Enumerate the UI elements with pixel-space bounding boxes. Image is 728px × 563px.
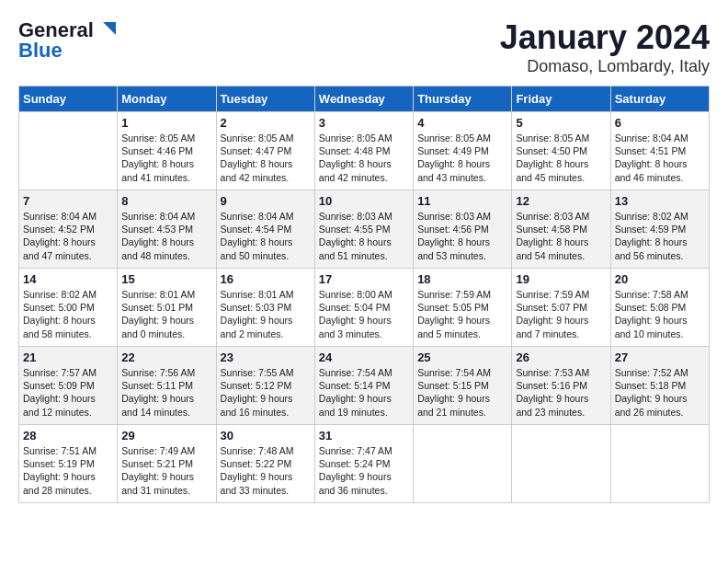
cell-info: Sunrise: 7:59 AM Sunset: 5:07 PM Dayligh… (516, 288, 606, 340)
day-number: 29 (121, 429, 211, 442)
day-number: 3 (319, 116, 409, 130)
calendar-cell: 9Sunrise: 8:04 AM Sunset: 4:54 PM Daylig… (216, 190, 314, 269)
cell-info: Sunrise: 7:54 AM Sunset: 5:14 PM Dayligh… (319, 366, 409, 419)
location-title: Domaso, Lombardy, Italy (500, 57, 710, 76)
calendar-cell: 23Sunrise: 7:55 AM Sunset: 5:12 PM Dayli… (216, 347, 314, 425)
column-header-sunday: Sunday (19, 86, 118, 112)
calendar-cell: 14Sunrise: 8:02 AM Sunset: 5:00 PM Dayli… (19, 269, 118, 347)
day-number: 28 (23, 429, 113, 442)
cell-info: Sunrise: 7:59 AM Sunset: 5:05 PM Dayligh… (417, 288, 507, 340)
calendar-cell: 7Sunrise: 8:04 AM Sunset: 4:52 PM Daylig… (19, 190, 118, 269)
day-number: 21 (23, 350, 113, 364)
day-number: 10 (319, 194, 409, 208)
calendar-cell: 1Sunrise: 8:05 AM Sunset: 4:46 PM Daylig… (118, 112, 216, 190)
calendar-table: SundayMondayTuesdayWednesdayThursdayFrid… (18, 86, 710, 503)
cell-info: Sunrise: 8:02 AM Sunset: 4:59 PM Dayligh… (615, 210, 705, 262)
day-number: 25 (417, 350, 507, 364)
calendar-cell: 20Sunrise: 7:58 AM Sunset: 5:08 PM Dayli… (610, 269, 709, 347)
cell-info: Sunrise: 7:47 AM Sunset: 5:24 PM Dayligh… (319, 444, 409, 497)
week-row-5: 28Sunrise: 7:51 AM Sunset: 5:19 PM Dayli… (19, 425, 710, 503)
day-number: 15 (121, 272, 211, 286)
calendar-cell: 6Sunrise: 8:04 AM Sunset: 4:51 PM Daylig… (610, 112, 709, 190)
calendar-cell (19, 112, 118, 190)
cell-info: Sunrise: 7:56 AM Sunset: 5:11 PM Dayligh… (121, 366, 211, 419)
calendar-cell: 21Sunrise: 7:57 AM Sunset: 5:09 PM Dayli… (19, 347, 118, 425)
logo-blue: Blue (18, 39, 63, 62)
day-number: 22 (121, 350, 211, 364)
calendar-cell: 29Sunrise: 7:49 AM Sunset: 5:21 PM Dayli… (118, 425, 216, 503)
calendar-cell: 27Sunrise: 7:52 AM Sunset: 5:18 PM Dayli… (610, 347, 709, 425)
cell-info: Sunrise: 8:05 AM Sunset: 4:48 PM Dayligh… (319, 132, 409, 184)
day-number: 18 (417, 272, 507, 286)
column-header-thursday: Thursday (414, 86, 512, 112)
calendar-cell: 4Sunrise: 8:05 AM Sunset: 4:49 PM Daylig… (414, 112, 512, 190)
calendar-cell: 17Sunrise: 8:00 AM Sunset: 5:04 PM Dayli… (314, 269, 413, 347)
week-row-2: 7Sunrise: 8:04 AM Sunset: 4:52 PM Daylig… (19, 190, 710, 269)
calendar-cell: 16Sunrise: 8:01 AM Sunset: 5:03 PM Dayli… (216, 269, 314, 347)
cell-info: Sunrise: 7:48 AM Sunset: 5:22 PM Dayligh… (221, 444, 311, 497)
cell-info: Sunrise: 8:02 AM Sunset: 5:00 PM Dayligh… (23, 288, 113, 340)
day-number: 20 (615, 272, 705, 286)
calendar-cell (610, 425, 709, 503)
calendar-cell: 5Sunrise: 8:05 AM Sunset: 4:50 PM Daylig… (512, 112, 610, 190)
cell-info: Sunrise: 8:05 AM Sunset: 4:49 PM Dayligh… (417, 132, 507, 184)
month-title: January 2024 (500, 18, 710, 57)
calendar-cell: 12Sunrise: 8:03 AM Sunset: 4:58 PM Dayli… (512, 190, 610, 269)
week-row-1: 1Sunrise: 8:05 AM Sunset: 4:46 PM Daylig… (19, 112, 710, 190)
cell-info: Sunrise: 8:04 AM Sunset: 4:51 PM Dayligh… (615, 132, 705, 184)
calendar-cell: 19Sunrise: 7:59 AM Sunset: 5:07 PM Dayli… (512, 269, 610, 347)
calendar-cell: 26Sunrise: 7:53 AM Sunset: 5:16 PM Dayli… (512, 347, 610, 425)
cell-info: Sunrise: 8:03 AM Sunset: 4:55 PM Dayligh… (319, 210, 409, 262)
cell-info: Sunrise: 8:03 AM Sunset: 4:58 PM Dayligh… (516, 210, 606, 262)
day-number: 19 (516, 272, 606, 286)
day-number: 30 (221, 429, 311, 442)
cell-info: Sunrise: 7:51 AM Sunset: 5:19 PM Dayligh… (23, 444, 113, 497)
cell-info: Sunrise: 7:49 AM Sunset: 5:21 PM Dayligh… (121, 444, 211, 497)
cell-info: Sunrise: 8:05 AM Sunset: 4:46 PM Dayligh… (121, 132, 211, 184)
cell-info: Sunrise: 8:01 AM Sunset: 5:03 PM Dayligh… (221, 288, 311, 340)
cell-info: Sunrise: 8:01 AM Sunset: 5:01 PM Dayligh… (121, 288, 211, 340)
header-row: SundayMondayTuesdayWednesdayThursdayFrid… (19, 86, 710, 112)
day-number: 16 (221, 272, 311, 286)
calendar-cell: 30Sunrise: 7:48 AM Sunset: 5:22 PM Dayli… (216, 425, 314, 503)
column-header-monday: Monday (118, 86, 216, 112)
day-number: 14 (23, 272, 113, 286)
cell-info: Sunrise: 8:03 AM Sunset: 4:56 PM Dayligh… (417, 210, 507, 262)
logo: General Blue (18, 18, 116, 63)
title-area: January 2024 Domaso, Lombardy, Italy (500, 18, 710, 76)
day-number: 11 (417, 194, 507, 208)
calendar-cell (512, 425, 610, 503)
svg-marker-0 (103, 22, 116, 35)
day-number: 24 (319, 350, 409, 364)
day-number: 31 (319, 429, 409, 442)
cell-info: Sunrise: 7:58 AM Sunset: 5:08 PM Dayligh… (615, 288, 705, 340)
calendar-cell: 25Sunrise: 7:54 AM Sunset: 5:15 PM Dayli… (414, 347, 512, 425)
day-number: 13 (615, 194, 705, 208)
column-header-wednesday: Wednesday (314, 86, 413, 112)
week-row-4: 21Sunrise: 7:57 AM Sunset: 5:09 PM Dayli… (19, 347, 710, 425)
day-number: 9 (221, 194, 311, 208)
day-number: 23 (221, 350, 311, 364)
day-number: 12 (516, 194, 606, 208)
calendar-cell: 2Sunrise: 8:05 AM Sunset: 4:47 PM Daylig… (216, 112, 314, 190)
calendar-cell: 15Sunrise: 8:01 AM Sunset: 5:01 PM Dayli… (118, 269, 216, 347)
day-number: 4 (417, 116, 507, 130)
day-number: 6 (615, 116, 705, 130)
cell-info: Sunrise: 7:53 AM Sunset: 5:16 PM Dayligh… (516, 366, 606, 419)
cell-info: Sunrise: 8:04 AM Sunset: 4:52 PM Dayligh… (23, 210, 113, 262)
cell-info: Sunrise: 8:05 AM Sunset: 4:50 PM Dayligh… (516, 132, 606, 184)
cell-info: Sunrise: 7:55 AM Sunset: 5:12 PM Dayligh… (221, 366, 311, 419)
calendar-cell: 3Sunrise: 8:05 AM Sunset: 4:48 PM Daylig… (314, 112, 413, 190)
cell-info: Sunrise: 8:04 AM Sunset: 4:54 PM Dayligh… (221, 210, 311, 262)
day-number: 26 (516, 350, 606, 364)
calendar-cell: 8Sunrise: 8:04 AM Sunset: 4:53 PM Daylig… (118, 190, 216, 269)
calendar-cell: 18Sunrise: 7:59 AM Sunset: 5:05 PM Dayli… (414, 269, 512, 347)
calendar-cell: 28Sunrise: 7:51 AM Sunset: 5:19 PM Dayli… (19, 425, 118, 503)
day-number: 7 (23, 194, 113, 208)
calendar-cell: 22Sunrise: 7:56 AM Sunset: 5:11 PM Dayli… (118, 347, 216, 425)
page-header: General Blue January 2024 Domaso, Lombar… (18, 18, 710, 76)
calendar-cell: 11Sunrise: 8:03 AM Sunset: 4:56 PM Dayli… (414, 190, 512, 269)
day-number: 5 (516, 116, 606, 130)
day-number: 17 (319, 272, 409, 286)
cell-info: Sunrise: 8:04 AM Sunset: 4:53 PM Dayligh… (121, 210, 211, 262)
